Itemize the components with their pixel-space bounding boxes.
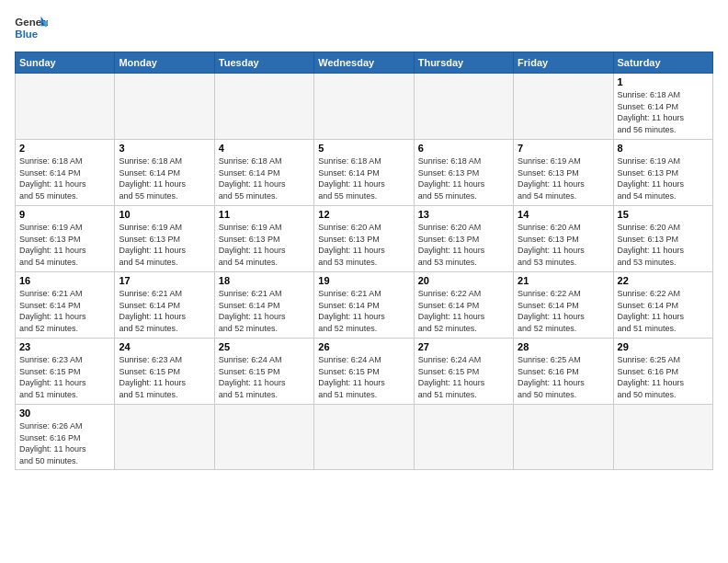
calendar-cell: 1Sunrise: 6:18 AM Sunset: 6:14 PM Daylig… xyxy=(613,74,712,140)
calendar-cell xyxy=(214,405,313,470)
page-header: General Blue xyxy=(15,15,713,42)
day-number: 10 xyxy=(119,209,210,220)
calendar-cell: 4Sunrise: 6:18 AM Sunset: 6:14 PM Daylig… xyxy=(214,140,313,206)
day-number: 9 xyxy=(19,209,110,220)
calendar-cell: 20Sunrise: 6:22 AM Sunset: 6:14 PM Dayli… xyxy=(414,272,513,339)
calendar-cell: 19Sunrise: 6:21 AM Sunset: 6:14 PM Dayli… xyxy=(314,272,414,339)
calendar-cell: 7Sunrise: 6:19 AM Sunset: 6:13 PM Daylig… xyxy=(514,140,613,206)
calendar-header-row: SundayMondayTuesdayWednesdayThursdayFrid… xyxy=(16,52,713,74)
day-number: 8 xyxy=(618,143,709,154)
calendar-week-row: 1Sunrise: 6:18 AM Sunset: 6:14 PM Daylig… xyxy=(16,74,713,140)
day-number: 21 xyxy=(518,275,609,286)
calendar-week-row: 16Sunrise: 6:21 AM Sunset: 6:14 PM Dayli… xyxy=(16,272,713,339)
calendar-cell: 15Sunrise: 6:20 AM Sunset: 6:13 PM Dayli… xyxy=(613,206,712,272)
calendar-cell: 25Sunrise: 6:24 AM Sunset: 6:15 PM Dayli… xyxy=(214,339,313,405)
calendar-day-header: Tuesday xyxy=(214,52,313,74)
calendar-cell xyxy=(314,405,414,470)
day-number: 16 xyxy=(19,275,110,286)
logo: General Blue xyxy=(15,15,48,42)
calendar-week-row: 23Sunrise: 6:23 AM Sunset: 6:15 PM Dayli… xyxy=(16,339,713,405)
calendar-cell xyxy=(16,74,115,140)
day-number: 3 xyxy=(119,143,210,154)
day-info: Sunrise: 6:18 AM Sunset: 6:14 PM Dayligh… xyxy=(219,155,310,201)
day-info: Sunrise: 6:23 AM Sunset: 6:15 PM Dayligh… xyxy=(19,354,110,400)
day-info: Sunrise: 6:23 AM Sunset: 6:15 PM Dayligh… xyxy=(119,354,210,400)
day-number: 18 xyxy=(219,275,310,286)
day-number: 22 xyxy=(618,275,709,286)
calendar-table: SundayMondayTuesdayWednesdayThursdayFrid… xyxy=(15,52,713,470)
day-info: Sunrise: 6:22 AM Sunset: 6:14 PM Dayligh… xyxy=(418,288,509,334)
calendar-cell: 8Sunrise: 6:19 AM Sunset: 6:13 PM Daylig… xyxy=(613,140,712,206)
day-number: 14 xyxy=(518,209,609,220)
calendar-cell xyxy=(115,405,214,470)
svg-text:Blue: Blue xyxy=(15,29,38,40)
calendar-cell xyxy=(414,74,513,140)
calendar-cell: 16Sunrise: 6:21 AM Sunset: 6:14 PM Dayli… xyxy=(16,272,115,339)
day-info: Sunrise: 6:18 AM Sunset: 6:14 PM Dayligh… xyxy=(119,155,210,201)
calendar-cell: 10Sunrise: 6:19 AM Sunset: 6:13 PM Dayli… xyxy=(115,206,214,272)
calendar-cell: 18Sunrise: 6:21 AM Sunset: 6:14 PM Dayli… xyxy=(214,272,313,339)
calendar-cell xyxy=(314,74,414,140)
calendar-cell: 27Sunrise: 6:24 AM Sunset: 6:15 PM Dayli… xyxy=(414,339,513,405)
day-info: Sunrise: 6:19 AM Sunset: 6:13 PM Dayligh… xyxy=(19,222,110,268)
day-info: Sunrise: 6:18 AM Sunset: 6:14 PM Dayligh… xyxy=(618,89,709,135)
calendar-cell: 28Sunrise: 6:25 AM Sunset: 6:16 PM Dayli… xyxy=(514,339,613,405)
day-info: Sunrise: 6:24 AM Sunset: 6:15 PM Dayligh… xyxy=(318,354,409,400)
day-number: 29 xyxy=(618,341,709,352)
day-number: 28 xyxy=(518,341,609,352)
calendar-week-row: 9Sunrise: 6:19 AM Sunset: 6:13 PM Daylig… xyxy=(16,206,713,272)
calendar-cell: 30Sunrise: 6:26 AM Sunset: 6:16 PM Dayli… xyxy=(16,405,115,470)
calendar-cell: 21Sunrise: 6:22 AM Sunset: 6:14 PM Dayli… xyxy=(514,272,613,339)
calendar-cell: 3Sunrise: 6:18 AM Sunset: 6:14 PM Daylig… xyxy=(115,140,214,206)
day-info: Sunrise: 6:22 AM Sunset: 6:14 PM Dayligh… xyxy=(618,288,709,334)
calendar-day-header: Wednesday xyxy=(314,52,414,74)
calendar-day-header: Friday xyxy=(514,52,613,74)
day-number: 30 xyxy=(19,408,110,419)
calendar-cell xyxy=(214,74,313,140)
calendar-week-row: 30Sunrise: 6:26 AM Sunset: 6:16 PM Dayli… xyxy=(16,405,713,470)
day-number: 19 xyxy=(318,275,409,286)
calendar-cell: 13Sunrise: 6:20 AM Sunset: 6:13 PM Dayli… xyxy=(414,206,513,272)
day-info: Sunrise: 6:24 AM Sunset: 6:15 PM Dayligh… xyxy=(418,354,509,400)
day-number: 15 xyxy=(618,209,709,220)
day-info: Sunrise: 6:20 AM Sunset: 6:13 PM Dayligh… xyxy=(418,222,509,268)
calendar-day-header: Monday xyxy=(115,52,214,74)
day-info: Sunrise: 6:26 AM Sunset: 6:16 PM Dayligh… xyxy=(19,420,110,466)
day-info: Sunrise: 6:18 AM Sunset: 6:14 PM Dayligh… xyxy=(318,155,409,201)
day-number: 24 xyxy=(119,341,210,352)
calendar-cell: 2Sunrise: 6:18 AM Sunset: 6:14 PM Daylig… xyxy=(16,140,115,206)
calendar-cell xyxy=(514,405,613,470)
calendar-cell: 5Sunrise: 6:18 AM Sunset: 6:14 PM Daylig… xyxy=(314,140,414,206)
day-number: 26 xyxy=(318,341,409,352)
calendar-cell: 29Sunrise: 6:25 AM Sunset: 6:16 PM Dayli… xyxy=(613,339,712,405)
calendar-cell: 12Sunrise: 6:20 AM Sunset: 6:13 PM Dayli… xyxy=(314,206,414,272)
day-number: 4 xyxy=(219,143,310,154)
calendar-cell: 26Sunrise: 6:24 AM Sunset: 6:15 PM Dayli… xyxy=(314,339,414,405)
calendar-cell: 9Sunrise: 6:19 AM Sunset: 6:13 PM Daylig… xyxy=(16,206,115,272)
calendar-day-header: Saturday xyxy=(613,52,712,74)
calendar-cell: 11Sunrise: 6:19 AM Sunset: 6:13 PM Dayli… xyxy=(214,206,313,272)
calendar-cell xyxy=(414,405,513,470)
calendar-cell: 6Sunrise: 6:18 AM Sunset: 6:13 PM Daylig… xyxy=(414,140,513,206)
day-info: Sunrise: 6:20 AM Sunset: 6:13 PM Dayligh… xyxy=(318,222,409,268)
day-number: 2 xyxy=(19,143,110,154)
day-info: Sunrise: 6:19 AM Sunset: 6:13 PM Dayligh… xyxy=(518,155,609,201)
day-number: 12 xyxy=(318,209,409,220)
calendar-cell: 17Sunrise: 6:21 AM Sunset: 6:14 PM Dayli… xyxy=(115,272,214,339)
day-info: Sunrise: 6:21 AM Sunset: 6:14 PM Dayligh… xyxy=(318,288,409,334)
day-number: 13 xyxy=(418,209,509,220)
day-info: Sunrise: 6:21 AM Sunset: 6:14 PM Dayligh… xyxy=(219,288,310,334)
calendar-cell xyxy=(514,74,613,140)
day-info: Sunrise: 6:18 AM Sunset: 6:14 PM Dayligh… xyxy=(19,155,110,201)
day-number: 20 xyxy=(418,275,509,286)
day-number: 1 xyxy=(618,76,709,87)
day-info: Sunrise: 6:25 AM Sunset: 6:16 PM Dayligh… xyxy=(518,354,609,400)
calendar-cell xyxy=(115,74,214,140)
day-info: Sunrise: 6:20 AM Sunset: 6:13 PM Dayligh… xyxy=(518,222,609,268)
day-number: 17 xyxy=(119,275,210,286)
day-number: 6 xyxy=(418,143,509,154)
calendar-day-header: Thursday xyxy=(414,52,513,74)
calendar-cell xyxy=(613,405,712,470)
day-info: Sunrise: 6:25 AM Sunset: 6:16 PM Dayligh… xyxy=(618,354,709,400)
calendar-cell: 22Sunrise: 6:22 AM Sunset: 6:14 PM Dayli… xyxy=(613,272,712,339)
